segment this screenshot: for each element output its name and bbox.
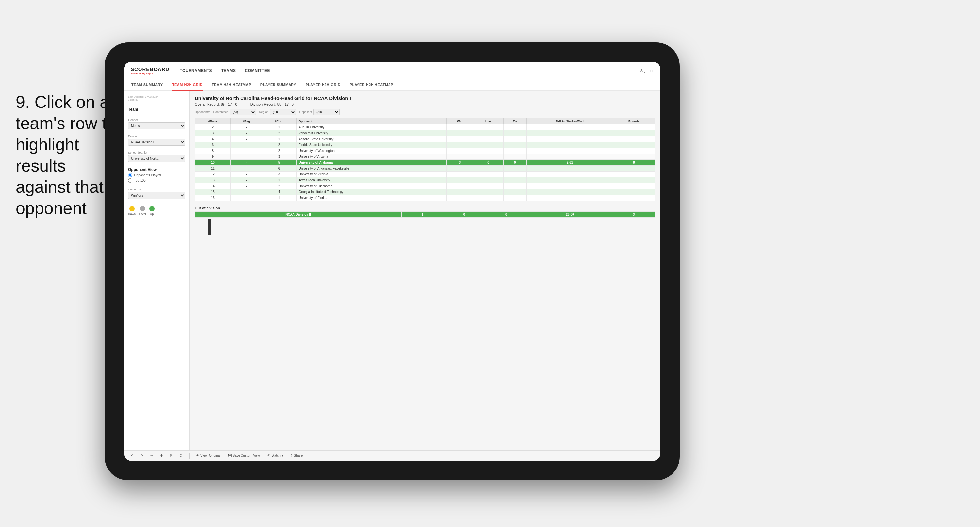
cell-reg: - (231, 131, 262, 136)
cell-loss (473, 172, 503, 177)
opponent-select[interactable]: (All) (313, 109, 339, 115)
cell-tie (504, 189, 527, 195)
down-dot (129, 206, 135, 212)
table-row[interactable]: 8-2University of Washington (195, 148, 655, 154)
nav-committee[interactable]: COMMITTEE (245, 67, 270, 74)
cell-win (447, 177, 473, 183)
colour-by-section: Colour by Win/loss (128, 188, 185, 199)
settings-btn[interactable]: ⚙ (158, 453, 165, 458)
grid-header: University of North Carolina Head-to-Hea… (195, 96, 655, 115)
sidebar: Last Updated: 27/03/2024 16:55:38 Team G… (124, 91, 189, 450)
cell-diff (527, 183, 613, 189)
region-label: Region (259, 110, 269, 114)
opponent-filter: Opponent (All) (299, 109, 340, 115)
division-section: Division NCAA Division I (128, 135, 185, 146)
cell-loss (473, 131, 503, 136)
division-label: Division (128, 135, 185, 138)
table-row[interactable]: 15-4Georgia Institute of Technology (195, 189, 655, 195)
out-of-division-row[interactable]: NCAA Division II 1 0 0 26.00 3 (195, 212, 655, 218)
watch-btn[interactable]: 👁 Watch ▾ (265, 453, 285, 458)
cell-tie (504, 183, 527, 189)
cell-opponent: Auburn University (296, 124, 447, 131)
logo-subtitle: Powered by clippi (131, 72, 169, 75)
overall-record: Overall Record: 89 - 17 - 0 (195, 102, 237, 106)
cell-win (447, 166, 473, 172)
cell-rank: 13 (195, 177, 231, 183)
cell-diff (527, 148, 613, 154)
table-row[interactable]: 14-2University of Oklahoma (195, 183, 655, 189)
nav-tournaments[interactable]: TOURNAMENTS (180, 67, 212, 74)
cell-conf: 6 (262, 166, 296, 172)
table-row[interactable]: 4-1Arizona State University (195, 136, 655, 142)
cell-reg: - (231, 177, 262, 183)
cell-tie (504, 124, 527, 131)
table-row[interactable]: 16-1University of Florida (195, 195, 655, 201)
up-dot (150, 206, 154, 212)
table-row[interactable]: 9-3University of Arizona (195, 154, 655, 160)
table-row[interactable]: 2-1Auburn University (195, 124, 655, 131)
cell-reg: - (231, 189, 262, 195)
table-row[interactable]: 6-2Florida State University (195, 142, 655, 148)
out-div-diff: 26.00 (527, 212, 613, 218)
col-loss: Loss (473, 118, 503, 124)
table-row[interactable]: 10-5University of Alabama3002.618 (195, 160, 655, 166)
cell-conf: 2 (262, 183, 296, 189)
school-select[interactable]: University of Nort... (128, 155, 185, 162)
conference-select[interactable]: (All) (230, 109, 256, 115)
cell-win (447, 195, 473, 201)
cell-loss (473, 124, 503, 131)
cell-rank: 4 (195, 136, 231, 142)
cell-loss (473, 166, 503, 172)
nav-teams[interactable]: TEAMS (221, 67, 236, 74)
opponent-view-label: Opponent View (128, 167, 185, 172)
cell-diff (527, 136, 613, 142)
table-row[interactable]: 13-1Texas Tech University (195, 177, 655, 183)
reset-btn[interactable]: ↩ (148, 453, 155, 458)
col-tie: Tie (504, 118, 527, 124)
cell-tie (504, 148, 527, 154)
region-select[interactable]: (All) (270, 109, 296, 115)
table-row[interactable]: 11-6University of Arkansas, Fayetteville (195, 166, 655, 172)
cell-tie (504, 136, 527, 142)
cell-rank: 16 (195, 195, 231, 201)
radio-opponents[interactable]: Opponents Played (128, 173, 185, 177)
cell-reg: - (231, 172, 262, 177)
sign-out[interactable]: | Sign out (638, 68, 654, 73)
tab-player-h2h-heatmap[interactable]: PLAYER H2H HEATMAP (349, 79, 394, 91)
division-select[interactable]: NCAA Division I (128, 139, 185, 146)
colour-by-select[interactable]: Win/loss (128, 192, 185, 199)
clock-btn[interactable]: ⏱ (177, 453, 185, 458)
division-record: Division Record: 88 - 17 - 0 (250, 102, 294, 106)
table-row[interactable]: 12-3University of Virginia (195, 172, 655, 177)
tab-team-summary[interactable]: TEAM SUMMARY (131, 79, 164, 91)
view-original-btn[interactable]: 👁 View: Original (194, 453, 223, 458)
table-row[interactable]: 3-2Vanderbilt University (195, 131, 655, 136)
cell-diff (527, 195, 613, 201)
cell-rounds (613, 142, 654, 148)
cell-loss: 0 (473, 160, 503, 166)
cell-rounds (613, 189, 654, 195)
cell-rank: 11 (195, 166, 231, 172)
opponent-view-section: Opponent View Opponents Played Top 100 (128, 167, 185, 183)
redo-btn[interactable]: ↷ (138, 453, 145, 458)
share-btn[interactable]: ⇡ Share (288, 453, 305, 458)
tab-player-summary[interactable]: PLAYER SUMMARY (260, 79, 297, 91)
gender-select[interactable]: Men's (128, 122, 185, 129)
tab-player-h2h-grid[interactable]: PLAYER H2H GRID (305, 79, 341, 91)
undo-btn[interactable]: ↶ (129, 453, 135, 458)
cell-tie: 0 (504, 160, 527, 166)
radio-top100[interactable]: Top 100 (128, 178, 185, 183)
cell-rounds (613, 166, 654, 172)
cell-conf: 2 (262, 148, 296, 154)
out-of-division-title: Out of division (195, 206, 655, 210)
cell-conf: 2 (262, 131, 296, 136)
cell-opponent: University of Arkansas, Fayetteville (296, 166, 447, 172)
cell-conf: 1 (262, 195, 296, 201)
save-custom-btn[interactable]: 💾 Save Custom View (226, 453, 262, 458)
tab-team-h2h-grid[interactable]: TEAM H2H GRID (172, 79, 203, 91)
tab-team-h2h-heatmap[interactable]: TEAM H2H HEATMAP (211, 79, 252, 91)
cell-rank: 6 (195, 142, 231, 148)
copy-btn[interactable]: ⎘ (168, 453, 174, 458)
cell-opponent: Vanderbilt University (296, 131, 447, 136)
legend-down: Down (128, 206, 135, 216)
